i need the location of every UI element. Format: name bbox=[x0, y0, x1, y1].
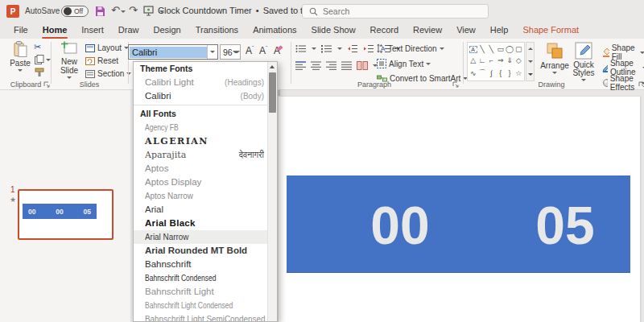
down-arrow-shape-icon[interactable]: ⇓ bbox=[506, 56, 513, 64]
curve-shape-icon[interactable]: ∫ bbox=[490, 69, 492, 77]
tab-transitions[interactable]: Transitions bbox=[188, 23, 246, 39]
font-name-dropdown-icon[interactable] bbox=[207, 45, 217, 59]
font-option-aptos[interactable]: Aptos bbox=[134, 162, 277, 175]
right-arrow-shape-icon[interactable]: ⇒ bbox=[497, 56, 504, 64]
elbow-shape-icon[interactable]: ∟ bbox=[479, 56, 486, 64]
decrease-indent-icon[interactable] bbox=[347, 44, 358, 53]
font-option-aptos-narrow[interactable]: Aptos Narrow bbox=[134, 189, 277, 203]
clipboard-dialog-launcher-icon[interactable] bbox=[43, 81, 50, 88]
justify-icon[interactable] bbox=[341, 61, 352, 70]
triangle-shape-icon[interactable]: △ bbox=[470, 56, 476, 64]
scrollbar-up-icon[interactable] bbox=[270, 65, 275, 68]
arrange-button[interactable]: Arrange bbox=[538, 42, 572, 74]
left-brace-shape-icon[interactable]: { bbox=[499, 69, 502, 77]
tab-file[interactable]: File bbox=[6, 23, 35, 39]
format-painter-icon[interactable] bbox=[35, 68, 44, 77]
font-option-arial-narrow[interactable]: Arial Narrow bbox=[134, 230, 277, 244]
align-center-icon[interactable] bbox=[311, 61, 321, 70]
redo-button[interactable]: ↷ bbox=[129, 4, 138, 17]
diamond-shape-icon[interactable]: ◇ bbox=[516, 56, 522, 64]
paste-button[interactable]: Paste bbox=[6, 41, 34, 72]
oval-shape-icon[interactable]: ◯ bbox=[506, 45, 514, 53]
paragraph-dialog-launcher-icon[interactable] bbox=[452, 81, 459, 88]
gallery-scroll-up-icon[interactable] bbox=[528, 47, 533, 50]
layout-button[interactable]: Layout bbox=[85, 43, 129, 52]
corner-shape-icon[interactable]: ⌐ bbox=[489, 56, 493, 64]
columns-icon[interactable] bbox=[357, 61, 368, 70]
powerpoint-logo-icon[interactable]: P bbox=[6, 5, 19, 18]
font-option-calibri[interactable]: Calibri (Body) bbox=[134, 89, 277, 103]
font-option-bahnschrift-light-semicondensed[interactable]: Bahnschrift Light SemiCondensed bbox=[134, 312, 277, 322]
font-size-combo[interactable]: 96 bbox=[220, 44, 241, 60]
tab-draw[interactable]: Draw bbox=[111, 23, 147, 39]
undo-button[interactable]: ↶ bbox=[111, 4, 120, 17]
align-left-icon[interactable] bbox=[295, 61, 306, 70]
tab-animations[interactable]: Animations bbox=[246, 23, 303, 39]
gallery-scroll-down-icon[interactable] bbox=[528, 60, 533, 63]
right-brace-shape-icon[interactable]: } bbox=[508, 69, 510, 77]
tab-record[interactable]: Record bbox=[363, 23, 406, 39]
clear-formatting-button[interactable]: A bbox=[274, 45, 280, 56]
font-option-aparajita[interactable]: Aparajita देवनागरी bbox=[134, 148, 277, 162]
arrow-line-shape-icon[interactable]: ╲ bbox=[489, 45, 493, 53]
numbering-icon[interactable] bbox=[321, 44, 332, 53]
increase-font-size-button[interactable]: Aˆ bbox=[246, 45, 254, 56]
tab-insert[interactable]: Insert bbox=[74, 23, 111, 39]
drawing-dialog-launcher-icon[interactable] bbox=[638, 81, 644, 88]
decrease-font-size-button[interactable]: Aˇ bbox=[259, 45, 267, 56]
font-option-bahnschrift-condensed[interactable]: Bahnschrift Condensed bbox=[134, 271, 277, 285]
bullets-dropdown-icon[interactable] bbox=[312, 47, 316, 50]
align-right-icon[interactable] bbox=[326, 61, 336, 70]
font-option-arial[interactable]: Arial bbox=[134, 203, 277, 217]
gallery-more-icon[interactable] bbox=[528, 73, 533, 76]
tab-help[interactable]: Help bbox=[483, 23, 516, 39]
new-slide-button[interactable]: New Slide bbox=[55, 41, 84, 79]
slide-thumbnail[interactable]: 00 00 05 bbox=[18, 189, 114, 240]
rounded-rectangle-shape-icon[interactable]: ▢ bbox=[515, 45, 522, 53]
font-option-arial-black[interactable]: Arial Black bbox=[134, 217, 277, 230]
text-box-shape-icon[interactable]: A bbox=[469, 46, 477, 53]
copy-icon[interactable] bbox=[35, 55, 44, 64]
font-option-aptos-display[interactable]: Aptos Display bbox=[134, 175, 277, 189]
text-direction-button[interactable]: A Text Direction bbox=[377, 43, 444, 53]
increase-indent-icon[interactable] bbox=[363, 44, 374, 53]
shapes-gallery[interactable]: A ╲ ╲ ▭ ◯ ▢ △ ∟ ⌐ ⇒ ⇓ ◇ ∿ ⌒ ∫ { } ☆ bbox=[467, 42, 525, 81]
font-name-combo[interactable]: Calibri bbox=[128, 44, 218, 60]
cut-icon[interactable]: ✂ bbox=[34, 42, 41, 52]
scrollbar-thumb[interactable] bbox=[269, 72, 276, 113]
font-option-bahnschrift[interactable]: Bahnschrift bbox=[134, 258, 277, 271]
start-presentation-icon[interactable] bbox=[143, 6, 155, 16]
scribble-shape-icon[interactable]: ∿ bbox=[470, 69, 477, 77]
search-input[interactable] bbox=[323, 6, 468, 16]
font-option-bahnschrift-light-condensed[interactable]: Bahnschrift Light Condensed bbox=[134, 299, 277, 312]
font-option-calibri-light[interactable]: Calibri Light (Headings) bbox=[134, 76, 277, 89]
bullets-icon[interactable] bbox=[295, 44, 307, 53]
tab-review[interactable]: Review bbox=[406, 23, 449, 39]
star-shape-icon[interactable]: ☆ bbox=[515, 69, 522, 77]
rectangle-shape-icon[interactable]: ▭ bbox=[497, 45, 504, 53]
undo-dropdown-icon[interactable] bbox=[121, 10, 126, 13]
save-icon[interactable] bbox=[95, 6, 105, 17]
font-option-agency-fb[interactable]: Agency FB bbox=[134, 121, 277, 134]
tab-view[interactable]: View bbox=[449, 23, 483, 39]
numbering-dropdown-icon[interactable] bbox=[337, 47, 342, 50]
tab-shape-format[interactable]: Shape Format bbox=[515, 23, 586, 39]
font-option-arial-rounded-mt-bold[interactable]: Arial Rounded MT Bold bbox=[134, 244, 277, 258]
font-option-bahnschrift-light[interactable]: Bahnschrift Light bbox=[134, 285, 277, 299]
tab-slide-show[interactable]: Slide Show bbox=[304, 23, 363, 39]
align-text-button[interactable]: Align Text bbox=[377, 59, 431, 68]
font-option-algerian[interactable]: ALGERIAN bbox=[134, 134, 277, 148]
shapes-gallery-scroll[interactable] bbox=[526, 42, 535, 81]
dropdown-scrollbar[interactable] bbox=[267, 62, 277, 322]
line-shape-icon[interactable]: ╲ bbox=[480, 45, 484, 53]
arc-shape-icon[interactable]: ⌒ bbox=[478, 68, 485, 78]
autosave-toggle[interactable]: Off bbox=[61, 6, 89, 17]
timer-minutes-text[interactable]: 00 bbox=[370, 175, 430, 272]
section-button[interactable]: Section bbox=[85, 69, 131, 78]
search-box[interactable] bbox=[302, 4, 489, 19]
tab-home[interactable]: Home bbox=[35, 23, 75, 39]
timer-seconds-text[interactable]: 05 bbox=[535, 175, 596, 272]
quick-styles-button[interactable]: Quick Styles bbox=[568, 42, 599, 81]
tab-design[interactable]: Design bbox=[146, 23, 188, 39]
reset-button[interactable]: Reset bbox=[85, 56, 118, 65]
